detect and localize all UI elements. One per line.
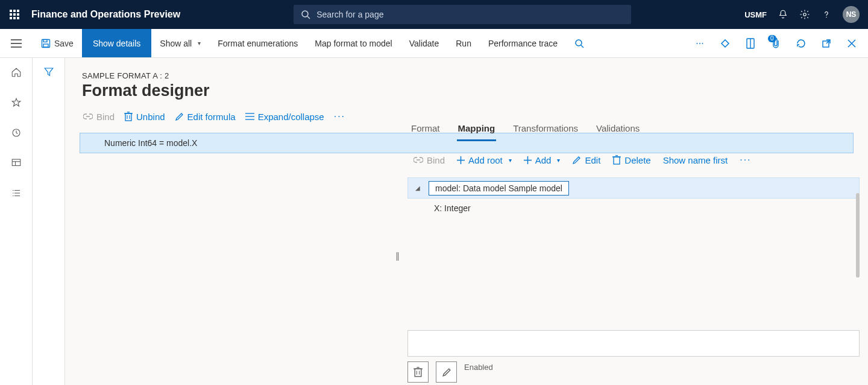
unbind-button[interactable]: Unbind	[121, 109, 169, 124]
avatar[interactable]: NS	[843, 6, 860, 23]
scrollbar[interactable]	[856, 193, 860, 278]
mapping-toolbar: Bind Add root ▾ Add ▾ Edit	[407, 141, 860, 168]
add-label: Add	[535, 155, 552, 165]
property-edit-button[interactable]	[436, 361, 457, 383]
main-area: SAMPLE FORMAT A : 2 Format designer Bind…	[65, 58, 868, 385]
svg-rect-43	[415, 369, 421, 377]
attachments-badge: 0	[768, 35, 776, 42]
company-picker[interactable]: USMF	[744, 10, 767, 19]
svg-line-1	[307, 16, 310, 19]
mapping-toolbar-overflow[interactable]: ···	[736, 152, 755, 168]
unbind-label: Unbind	[136, 112, 165, 122]
mapping-bind-button: Bind	[410, 153, 448, 168]
delete-label: Delete	[624, 155, 650, 165]
property-delete-button[interactable]	[407, 361, 429, 383]
mapping-tree-root[interactable]: ◢ model: Data model Sample model	[407, 177, 860, 199]
search-icon	[301, 10, 310, 19]
property-input[interactable]	[407, 330, 860, 357]
edit-label: Edit	[585, 155, 600, 165]
modules-nav-icon[interactable]	[7, 183, 26, 203]
splitter-handle[interactable]: ‖	[395, 251, 400, 261]
chevron-down-icon: ▾	[557, 157, 560, 164]
filter-icon[interactable]	[43, 66, 54, 385]
help-icon[interactable]	[821, 9, 832, 20]
add-button[interactable]: Add ▾	[520, 153, 564, 168]
tab-transformations[interactable]: Transformations	[512, 123, 579, 141]
left-toolbar-overflow[interactable]: ···	[330, 109, 349, 124]
performance-trace-button[interactable]: Performance trace	[480, 29, 566, 57]
svg-rect-19	[12, 159, 20, 166]
refresh-icon[interactable]	[791, 34, 811, 53]
save-button[interactable]: Save	[33, 29, 82, 57]
list-icon	[245, 113, 254, 121]
gear-icon[interactable]	[799, 9, 810, 20]
bell-icon[interactable]	[778, 9, 788, 20]
svg-point-3	[826, 17, 827, 18]
link-icon	[414, 156, 423, 164]
popout-icon[interactable]	[816, 34, 837, 53]
pencil-icon	[572, 156, 581, 165]
svg-rect-9	[43, 44, 48, 47]
options-icon[interactable]	[740, 34, 761, 53]
close-icon[interactable]	[841, 34, 862, 53]
mapping-root-label[interactable]: model: Data model Sample model	[429, 181, 569, 196]
map-format-to-model-button[interactable]: Map format to model	[306, 29, 400, 57]
nav-toggle-button[interactable]	[0, 39, 33, 48]
search-placeholder: Search for a page	[316, 10, 383, 19]
enabled-label: Enabled	[464, 361, 493, 372]
edit-formula-button[interactable]: Edit formula	[171, 109, 239, 124]
svg-rect-40	[614, 157, 620, 164]
add-root-button[interactable]: Add root ▾	[453, 153, 515, 168]
home-nav-icon[interactable]	[7, 63, 26, 82]
tab-mapping[interactable]: Mapping	[457, 123, 497, 141]
left-nav-rail	[0, 58, 33, 385]
waffle-icon	[10, 10, 19, 19]
run-button[interactable]: Run	[447, 29, 480, 57]
app-title: Finance and Operations Preview	[31, 9, 180, 20]
favorites-nav-icon[interactable]	[7, 93, 26, 112]
show-details-button[interactable]: Show details	[82, 29, 151, 57]
search-box[interactable]: Search for a page	[294, 5, 631, 24]
recent-nav-icon[interactable]	[7, 123, 26, 142]
delete-button[interactable]: Delete	[609, 153, 654, 168]
show-name-first-button[interactable]: Show name first	[659, 153, 732, 168]
command-bar-right: ··· 0	[690, 34, 868, 53]
plus-icon	[457, 156, 465, 164]
svg-point-0	[302, 11, 308, 17]
attachments-icon[interactable]: 0	[766, 34, 786, 53]
save-icon	[41, 39, 51, 48]
trash-icon	[612, 155, 621, 165]
link-icon	[83, 113, 93, 120]
svg-rect-8	[43, 39, 47, 42]
show-all-button[interactable]: Show all ▾	[151, 29, 209, 57]
search-command-button[interactable]	[566, 29, 593, 57]
tab-validations[interactable]: Validations	[595, 123, 641, 141]
chevron-down-icon: ▾	[509, 157, 512, 164]
breadcrumb: SAMPLE FORMAT A : 2	[65, 58, 868, 80]
topbar: Finance and Operations Preview Search fo…	[0, 0, 868, 29]
expand-collapse-label: Expand/collapse	[258, 112, 324, 122]
bind-label: Bind	[96, 112, 115, 122]
format-enumerations-button[interactable]: Format enumerations	[209, 29, 306, 57]
pencil-icon	[175, 112, 184, 121]
app-launcher-button[interactable]	[0, 10, 29, 19]
mapping-tree-child[interactable]: X: Integer	[407, 199, 860, 218]
workspaces-nav-icon[interactable]	[7, 153, 26, 173]
svg-line-11	[581, 45, 583, 48]
edit-formula-label: Edit formula	[187, 112, 236, 122]
svg-rect-28	[125, 113, 131, 121]
edit-button[interactable]: Edit	[568, 153, 604, 168]
command-bar: Save Show details Show all ▾ Format enum…	[0, 29, 868, 58]
svg-point-2	[804, 13, 807, 16]
mapping-bind-label: Bind	[427, 155, 445, 165]
expand-collapse-button[interactable]: Expand/collapse	[242, 109, 328, 124]
mapping-tree: ◢ model: Data model Sample model X: Inte…	[407, 177, 860, 218]
svg-line-15	[826, 40, 830, 43]
extension-icon[interactable]	[715, 34, 735, 53]
tab-format[interactable]: Format	[410, 123, 441, 141]
validate-button[interactable]: Validate	[401, 29, 448, 57]
filter-column	[33, 58, 65, 385]
bind-button: Bind	[80, 109, 118, 124]
overflow-button[interactable]: ···	[690, 34, 710, 53]
collapse-icon[interactable]: ◢	[413, 185, 423, 191]
